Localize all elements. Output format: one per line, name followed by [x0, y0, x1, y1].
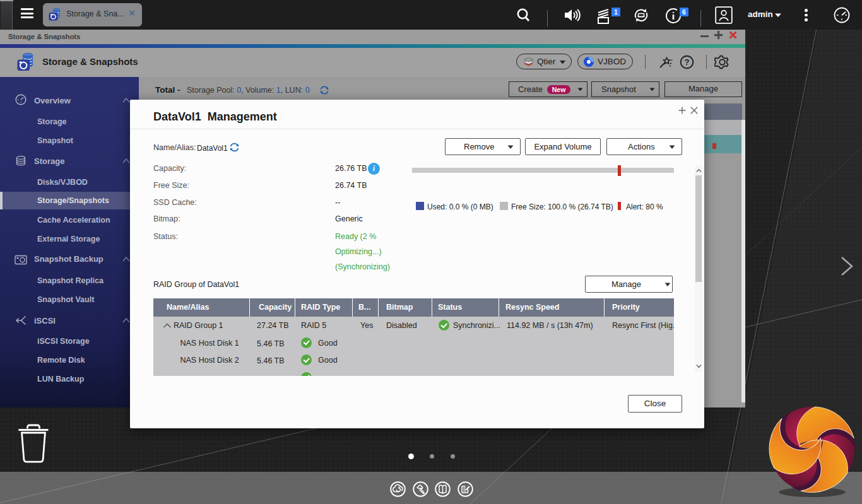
svg-text:?: ? — [685, 57, 690, 67]
